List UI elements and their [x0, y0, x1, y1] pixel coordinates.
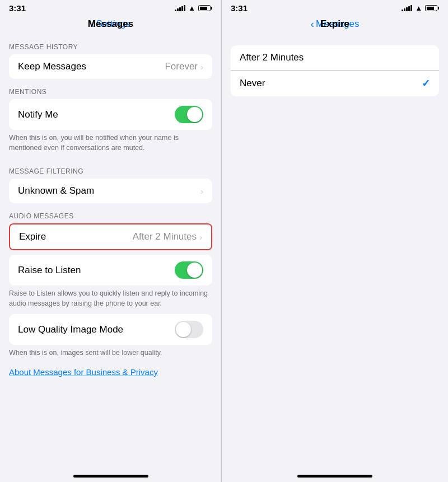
message-filtering-header: MESSAGE FILTERING [0, 158, 221, 179]
home-indicator [0, 470, 221, 482]
right-home-bar [297, 475, 372, 478]
notify-me-row: Notify Me [9, 99, 212, 130]
right-page-title: Expire [320, 18, 349, 30]
audio-messages-section: AUDIO MESSAGES Expire After 2 Minutes › … [0, 203, 221, 314]
unknown-spam-label: Unknown & Spam [18, 185, 94, 196]
message-history-group: Keep Messages Forever › [9, 54, 212, 79]
keep-messages-row[interactable]: Keep Messages Forever › [9, 54, 212, 79]
notify-me-label: Notify Me [18, 109, 58, 120]
right-time: 3:31 [231, 3, 248, 13]
right-back-arrow-icon: ‹ [311, 18, 314, 29]
notify-me-toggle[interactable] [175, 106, 203, 123]
right-home-indicator [222, 470, 448, 482]
mentions-section: MENTIONS Notify Me When this is on, you … [0, 79, 221, 158]
home-bar [73, 475, 148, 478]
signal-bar-2 [177, 8, 179, 11]
expire-value-text: After 2 Minutes [133, 231, 197, 242]
signal-bar-5 [184, 5, 185, 11]
mentions-footer: When this is on, you will be notified wh… [0, 130, 221, 158]
wifi-icon: ▲ [188, 4, 195, 12]
raise-to-listen-toggle[interactable] [175, 261, 203, 279]
never-checkmark-icon: ✓ [422, 77, 430, 90]
signal-bar-4 [181, 6, 183, 11]
never-label: Never [240, 78, 265, 89]
audio-messages-header: AUDIO MESSAGES [0, 203, 221, 223]
right-status-icons: ▲ [402, 4, 439, 12]
low-quality-image-row: Low Quality Image Mode [9, 314, 212, 345]
raise-to-listen-toggle-knob [187, 263, 202, 278]
right-nav-bar: ‹ Messages Expire [222, 15, 448, 34]
battery-icon [198, 5, 212, 11]
raise-to-listen-row: Raise to Listen [9, 255, 212, 286]
mentions-header: MENTIONS [0, 79, 221, 99]
low-quality-image-label: Low Quality Image Mode [18, 324, 123, 335]
mentions-group: Notify Me [9, 99, 212, 130]
unknown-spam-value: › [200, 186, 203, 196]
signal-bar-3 [179, 7, 181, 11]
right-signal-bars-icon [402, 5, 412, 11]
signal-bar-1 [175, 10, 176, 11]
message-history-header: MESSAGE HISTORY [0, 34, 221, 54]
keep-messages-label: Keep Messages [18, 61, 86, 72]
keep-messages-value-text: Forever [165, 61, 198, 72]
signal-bars-icon [175, 5, 185, 11]
low-quality-footer: When this is on, images sent will be low… [0, 345, 221, 364]
low-quality-group: Low Quality Image Mode [9, 314, 212, 345]
after-2-minutes-row[interactable]: After 2 Minutes [231, 45, 439, 71]
raise-to-listen-footer: Raise to Listen allows you to quickly li… [0, 286, 221, 314]
raise-to-listen-label: Raise to Listen [18, 265, 81, 276]
audio-messages-group: Raise to Listen [9, 255, 212, 286]
low-quality-section: Low Quality Image Mode When this is on, … [0, 314, 221, 364]
never-row[interactable]: Never ✓ [231, 71, 439, 96]
unknown-spam-row[interactable]: Unknown & Spam › [9, 179, 212, 203]
left-status-icons: ▲ [175, 4, 212, 12]
right-battery-icon [425, 5, 439, 11]
message-filtering-section: MESSAGE FILTERING Unknown & Spam › [0, 158, 221, 203]
left-time: 3:31 [9, 3, 26, 13]
unknown-spam-chevron-icon: › [200, 186, 203, 196]
right-wifi-icon: ▲ [415, 4, 422, 12]
left-status-bar: 3:31 ▲ [0, 0, 221, 15]
message-filtering-group: Unknown & Spam › [9, 179, 212, 203]
expire-value: After 2 Minutes › [133, 231, 202, 242]
expire-options-group: After 2 Minutes Never ✓ [231, 45, 439, 96]
after-2-minutes-label: After 2 Minutes [240, 52, 304, 63]
expire-chevron-icon: › [199, 232, 202, 242]
about-messages-link[interactable]: About Messages for Business & Privacy [0, 364, 221, 380]
expire-options-container: After 2 Minutes Never ✓ [222, 34, 448, 96]
keep-messages-value: Forever › [165, 61, 203, 72]
message-history-section: MESSAGE HISTORY Keep Messages Forever › [0, 34, 221, 79]
right-status-bar: 3:31 ▲ [222, 0, 448, 15]
low-quality-toggle-knob [176, 322, 191, 337]
keep-messages-chevron-icon: › [200, 62, 203, 72]
expire-label: Expire [19, 231, 46, 242]
left-scroll-content: MESSAGE HISTORY Keep Messages Forever › … [0, 34, 221, 470]
left-nav-bar: ‹ Settings Messages [0, 15, 221, 34]
low-quality-image-toggle[interactable] [175, 321, 203, 338]
left-page-title: Messages [88, 18, 133, 30]
toggle-knob [187, 107, 202, 122]
expire-row[interactable]: Expire After 2 Minutes › [10, 224, 211, 249]
